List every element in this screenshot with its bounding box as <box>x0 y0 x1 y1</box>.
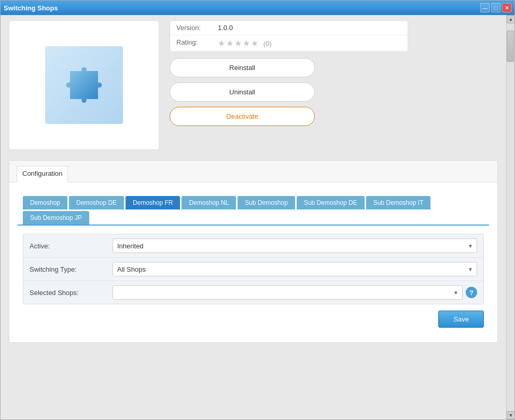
selected-shops-control-wrapper: ? <box>113 285 477 300</box>
minimize-button[interactable]: — <box>480 3 490 12</box>
switching-type-control-wrapper: All Shops Selected Shops <box>113 262 477 276</box>
shop-tab-sub-demoshop-jp[interactable]: Sub Demoshop JP <box>23 211 89 225</box>
shop-tabs: Demoshop Demoshop DE Demoshop FR Demosho… <box>18 191 489 226</box>
form-section: Active: Inherited Yes No <box>23 234 484 304</box>
switching-type-label: Switching Type: <box>30 265 113 273</box>
scrollbar-track: ▲ ▼ <box>506 15 514 419</box>
tab-configuration[interactable]: Configuration <box>17 166 68 183</box>
shop-tab-demoshop-nl[interactable]: Demoshop NL <box>182 196 236 209</box>
shop-tab-demoshop-de[interactable]: Demoshop DE <box>69 196 124 209</box>
plugin-image-inner <box>45 46 123 124</box>
selected-shops-row: Selected Shops: ? <box>23 281 483 304</box>
shop-tab-sub-demoshop[interactable]: Sub Demoshop <box>238 196 295 209</box>
rating-row: Rating: ★★★★★ (0) <box>170 35 408 51</box>
deactivate-button[interactable]: Deactivate <box>170 107 315 126</box>
version-value: 1.0.0 <box>218 24 233 32</box>
main-scroll[interactable]: Version: 1.0.0 Rating: ★★★★★ (0) <box>1 15 506 419</box>
maximize-button[interactable]: □ <box>491 3 500 12</box>
top-section: Version: 1.0.0 Rating: ★★★★★ (0) <box>9 20 498 150</box>
plugin-image-container <box>9 20 159 150</box>
help-button[interactable]: ? <box>466 287 477 298</box>
shop-tab-sub-demoshop-it[interactable]: Sub Demoshop IT <box>366 196 431 209</box>
config-tab-header: Configuration <box>9 161 497 183</box>
action-buttons: Reinstall Uninstall Deactivate <box>170 58 315 126</box>
title-bar: Switching Shops — □ ✕ <box>1 1 514 15</box>
rating-label: Rating: <box>176 38 218 48</box>
selected-shops-select-wrapper <box>113 285 463 300</box>
active-label: Active: <box>30 242 113 250</box>
scrollbar-arrow-up[interactable]: ▲ <box>507 15 514 23</box>
rating-count: (0) <box>263 40 272 48</box>
switching-type-select-wrapper: All Shops Selected Shops <box>113 262 477 276</box>
footer-row: Save <box>18 304 489 334</box>
info-table: Version: 1.0.0 Rating: ★★★★★ (0) <box>170 20 408 52</box>
window-title: Switching Shops <box>4 4 58 12</box>
puzzle-icon <box>61 62 107 108</box>
plugin-details: Version: 1.0.0 Rating: ★★★★★ (0) <box>170 20 498 150</box>
scrollbar-thumb[interactable] <box>507 31 514 62</box>
active-select[interactable]: Inherited Yes No <box>113 239 477 253</box>
active-control-wrapper: Inherited Yes No <box>113 239 477 253</box>
active-select-wrapper: Inherited Yes No <box>113 239 477 253</box>
selected-shops-select[interactable] <box>113 285 463 300</box>
rating-value: ★★★★★ (0) <box>218 38 272 48</box>
window-controls: — □ ✕ <box>480 3 511 12</box>
shop-tab-sub-demoshop-de[interactable]: Sub Demoshop DE <box>297 196 365 209</box>
scrollbar-arrow-down[interactable]: ▼ <box>507 411 514 419</box>
switching-type-select[interactable]: All Shops Selected Shops <box>113 262 477 276</box>
page-content: Version: 1.0.0 Rating: ★★★★★ (0) <box>1 15 506 348</box>
shop-tab-demoshop[interactable]: Demoshop <box>23 196 67 209</box>
configuration-section: Configuration Demoshop Demoshop DE Demos… <box>9 160 498 343</box>
shop-tab-demoshop-fr[interactable]: Demoshop FR <box>126 196 180 209</box>
version-row: Version: 1.0.0 <box>170 21 408 35</box>
selected-shops-label: Selected Shops: <box>30 289 113 297</box>
close-button[interactable]: ✕ <box>502 3 511 12</box>
version-label: Version: <box>176 24 218 32</box>
uninstall-button[interactable]: Uninstall <box>170 82 315 102</box>
reinstall-button[interactable]: Reinstall <box>170 58 315 77</box>
save-button[interactable]: Save <box>438 311 484 328</box>
active-row: Active: Inherited Yes No <box>23 234 483 258</box>
rating-stars: ★★★★★ <box>218 39 259 48</box>
config-body: Demoshop Demoshop DE Demoshop FR Demosho… <box>9 183 497 342</box>
content-area: Version: 1.0.0 Rating: ★★★★★ (0) <box>1 15 514 419</box>
switching-type-row: Switching Type: All Shops Selected Shops <box>23 258 483 281</box>
main-window: Switching Shops — □ ✕ <box>0 0 515 420</box>
